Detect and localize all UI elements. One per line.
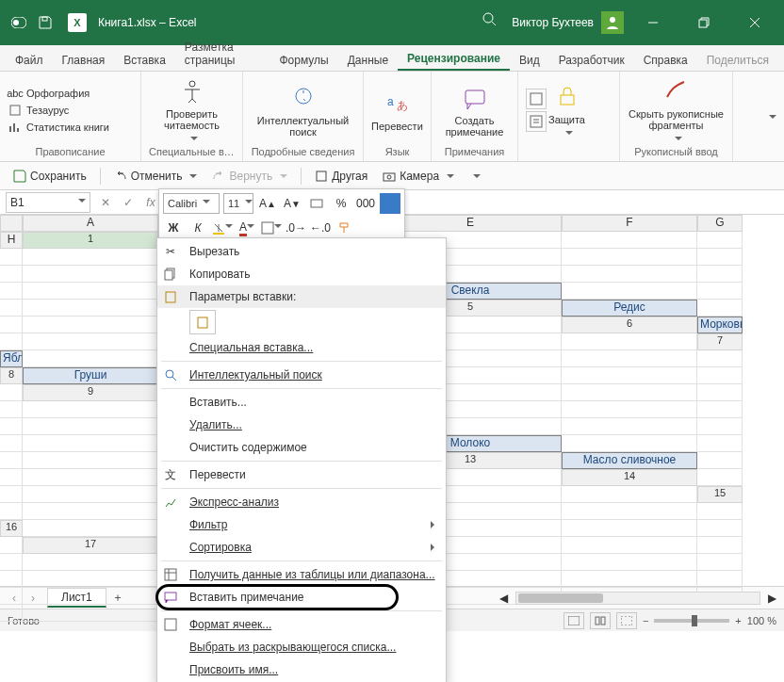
- zoom-slider[interactable]: [654, 619, 729, 623]
- tab-view[interactable]: Вид: [510, 50, 549, 71]
- cell[interactable]: [697, 435, 743, 452]
- italic-icon[interactable]: К: [188, 218, 208, 238]
- cell[interactable]: [697, 537, 743, 554]
- cell[interactable]: [0, 249, 23, 266]
- cell[interactable]: [697, 503, 743, 520]
- font-size-select[interactable]: 11: [223, 193, 253, 214]
- cell[interactable]: [0, 588, 23, 605]
- row-header[interactable]: 8: [0, 367, 23, 384]
- cell[interactable]: [0, 486, 23, 503]
- cm-clear[interactable]: Очистить содержимое: [157, 436, 446, 459]
- cell[interactable]: [0, 266, 23, 283]
- cell[interactable]: [23, 605, 158, 622]
- check-icon[interactable]: ✓: [119, 193, 138, 212]
- row-header[interactable]: 16: [0, 520, 23, 537]
- name-box[interactable]: B1: [6, 192, 90, 213]
- cell[interactable]: [562, 232, 697, 249]
- cell[interactable]: [0, 452, 23, 469]
- cm-cut[interactable]: ✂Вырезать: [157, 240, 446, 263]
- cell[interactable]: [562, 435, 697, 452]
- notes-icon[interactable]: [526, 89, 547, 109]
- cell[interactable]: [23, 588, 158, 605]
- cell[interactable]: [23, 452, 158, 469]
- format-painter-icon[interactable]: [335, 218, 355, 238]
- cm-filter[interactable]: Фильтр: [157, 513, 446, 536]
- cell[interactable]: [23, 435, 158, 452]
- cell[interactable]: [23, 266, 158, 283]
- cell[interactable]: [23, 249, 158, 266]
- new-comment-button[interactable]: Создать примечание: [439, 83, 510, 138]
- cm-smart[interactable]: Интеллектуальный поиск: [157, 364, 446, 386]
- cell[interactable]: [697, 266, 743, 283]
- cell[interactable]: [0, 571, 23, 588]
- cell[interactable]: [23, 401, 158, 418]
- cell[interactable]: [23, 503, 158, 520]
- merge-icon[interactable]: [306, 193, 327, 214]
- qat-undo[interactable]: Отменить: [108, 168, 204, 185]
- hide-ink-button[interactable]: Скрыть рукописные фрагменты: [628, 76, 725, 144]
- cell[interactable]: [697, 367, 743, 384]
- cell[interactable]: [697, 249, 743, 266]
- cell[interactable]: [697, 418, 743, 435]
- cell[interactable]: [697, 232, 743, 249]
- cell[interactable]: [562, 333, 697, 350]
- col-header[interactable]: F: [562, 215, 697, 232]
- tab-insert[interactable]: Вставка: [114, 50, 175, 71]
- cell[interactable]: [0, 418, 23, 435]
- cell[interactable]: [23, 469, 158, 486]
- cm-translate[interactable]: 文Перевести: [157, 463, 446, 486]
- cell[interactable]: [0, 384, 23, 401]
- qat-other[interactable]: Другая: [309, 168, 373, 185]
- row-header[interactable]: 9: [23, 384, 158, 401]
- paste-default[interactable]: [189, 310, 216, 334]
- format-icon[interactable]: [380, 193, 400, 214]
- tab-developer[interactable]: Разработчик: [549, 50, 634, 71]
- cm-insert[interactable]: Вставить...: [157, 391, 446, 414]
- hscrollbar[interactable]: [515, 592, 760, 605]
- cell[interactable]: [0, 554, 23, 571]
- restore-button[interactable]: [682, 0, 726, 45]
- cell[interactable]: Масло сливочное: [562, 452, 697, 469]
- cell[interactable]: [23, 418, 158, 435]
- cell[interactable]: [23, 571, 158, 588]
- qat-redo[interactable]: Вернуть: [206, 168, 293, 185]
- cell[interactable]: [697, 283, 743, 300]
- fx-icon[interactable]: fx: [141, 193, 160, 212]
- cm-pick[interactable]: Выбрать из раскрывающегося списка...: [157, 636, 446, 658]
- cell[interactable]: Морковь: [697, 317, 743, 333]
- cell[interactable]: [562, 367, 697, 384]
- cell[interactable]: [697, 469, 743, 486]
- notes-icon-2[interactable]: [526, 111, 547, 132]
- tab-data[interactable]: Данные: [338, 50, 398, 71]
- cell[interactable]: [562, 520, 697, 537]
- cell[interactable]: [0, 537, 23, 554]
- cell[interactable]: [562, 249, 697, 266]
- col-header[interactable]: A: [23, 215, 158, 232]
- autosave-toggle[interactable]: [8, 11, 30, 34]
- cell[interactable]: [23, 317, 158, 333]
- cell[interactable]: [23, 554, 158, 571]
- close-button[interactable]: [733, 0, 776, 45]
- cell[interactable]: [23, 486, 158, 503]
- row-header[interactable]: 1: [23, 232, 158, 249]
- cell[interactable]: [562, 418, 697, 435]
- protect-button[interactable]: Защита: [548, 82, 585, 138]
- stats-button[interactable]: Статистика книги: [8, 120, 109, 135]
- cell[interactable]: [697, 452, 743, 469]
- qat-camera[interactable]: Камера: [377, 168, 460, 185]
- cm-insert-comment[interactable]: Вставить примечание: [157, 586, 446, 609]
- worksheet[interactable]: ABCDEFGH1Список продуктов2Огурцы3Помидор…: [0, 215, 784, 586]
- cell[interactable]: [697, 300, 743, 317]
- cell[interactable]: [562, 503, 697, 520]
- share-button[interactable]: Поделиться: [697, 50, 778, 71]
- cell[interactable]: [697, 350, 743, 367]
- cell[interactable]: Груши: [23, 367, 158, 384]
- cell[interactable]: [0, 300, 23, 317]
- grow-font-icon[interactable]: A▲: [257, 193, 278, 214]
- bold-icon[interactable]: Ж: [163, 218, 184, 238]
- cell[interactable]: [0, 469, 23, 486]
- row-header[interactable]: 15: [697, 486, 743, 503]
- fill-color-icon[interactable]: [212, 218, 233, 238]
- spelling-button[interactable]: abcОрфография: [8, 86, 90, 101]
- row-header[interactable]: 7: [697, 333, 743, 350]
